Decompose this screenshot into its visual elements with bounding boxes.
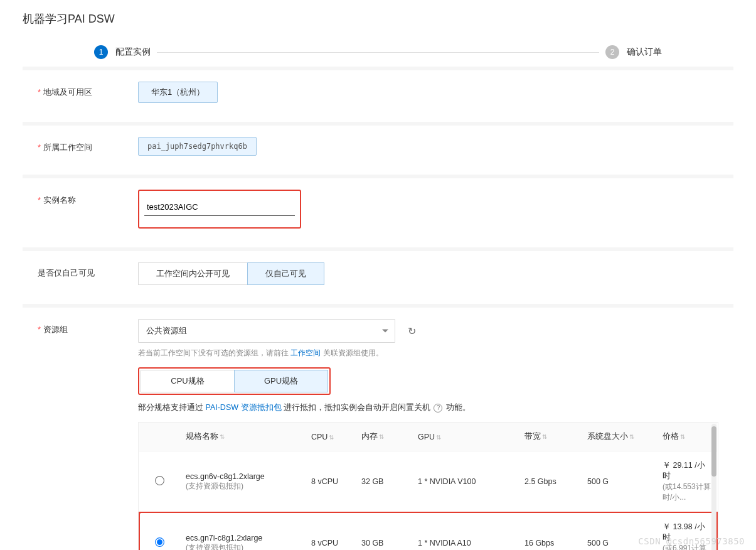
refresh-icon[interactable]: ↻ [404, 323, 419, 338]
step-1-label: 配置实例 [115, 46, 151, 58]
step-2-label: 确认订单 [627, 46, 662, 58]
spec-cpu: 8 vCPU [305, 512, 355, 550]
spec-bandwidth: 16 Gbps [518, 512, 581, 550]
sort-icon: ⇅ [680, 433, 685, 440]
section-visibility: 是否仅自己可见 工作空间内公开可见 仅自己可见 [23, 247, 733, 296]
spec-sub: (支持资源包抵扣) [186, 481, 299, 492]
workspace-link[interactable]: 工作空间 [290, 348, 321, 357]
spec-sub: (支持资源包抵扣) [186, 542, 299, 551]
section-instance-name: *实例名称 [23, 175, 733, 240]
scroll-thumb[interactable] [711, 426, 716, 477]
step-2-circle: 2 [605, 45, 619, 59]
th-gpu[interactable]: GPU⇅ [412, 423, 518, 451]
workspace-selector[interactable]: pai_juph7sedg7phvrkq6b [138, 137, 257, 156]
wizard-step-1[interactable]: 1 配置实例 [94, 45, 151, 59]
spec-radio-0[interactable] [155, 476, 164, 485]
spec-bandwidth: 2.5 Gbps [518, 451, 581, 513]
workspace-label: *所属工作空间 [38, 137, 138, 153]
wizard-line [157, 52, 599, 53]
help-icon[interactable]: ? [434, 404, 442, 412]
wizard-step-2[interactable]: 2 确认订单 [605, 45, 662, 59]
spec-memory: 32 GB [355, 451, 412, 513]
cpu-spec-tab[interactable]: CPU规格 [141, 370, 235, 392]
resource-group-select[interactable]: 公共资源组 [138, 319, 395, 343]
visibility-label: 是否仅自己可见 [38, 262, 138, 279]
th-disk[interactable]: 系统盘大小⇅ [581, 423, 656, 451]
region-selector[interactable]: 华东1（杭州） [138, 82, 218, 103]
spec-name: ecs.gn6v-c8g1.2xlarge [186, 472, 299, 481]
table-row[interactable]: ecs.gn7i-c8g1.2xlarge(支持资源包抵扣) 8 vCPU 30… [139, 512, 717, 550]
sort-icon: ⇅ [629, 433, 634, 440]
instance-name-highlight [138, 190, 301, 229]
visibility-public-button[interactable]: 工作空间内公开可见 [138, 262, 248, 285]
gpu-spec-tab[interactable]: GPU规格 [234, 370, 328, 392]
sort-icon: ⇅ [220, 433, 225, 440]
sort-icon: ⇅ [542, 433, 547, 440]
spec-cpu: 8 vCPU [305, 451, 355, 513]
th-spec-name[interactable]: 规格名称⇅ [179, 423, 305, 451]
instance-name-label: *实例名称 [38, 190, 138, 206]
section-workspace: *所属工作空间 pai_juph7sedg7phvrkq6b [23, 122, 733, 167]
page-title: 机器学习PAI DSW [0, 0, 756, 33]
spec-table: 规格名称⇅ CPU⇅ 内存⇅ GPU⇅ 带宽⇅ 系统盘大小⇅ 价格⇅ ecs. [138, 422, 718, 550]
section-region: *地域及可用区 华东1（杭州） [23, 67, 733, 114]
spec-gpu: 1 * NVIDIA A10 [412, 512, 518, 550]
th-cpu[interactable]: CPU⇅ [305, 423, 355, 451]
sort-icon: ⇅ [379, 433, 384, 440]
wizard-steps: 1 配置实例 2 确认订单 [94, 33, 662, 67]
watermark: CSDN @csdn565973850 [638, 536, 745, 546]
instance-name-input[interactable] [144, 198, 295, 216]
resource-group-label: *资源组 [38, 319, 138, 335]
th-bandwidth[interactable]: 带宽⇅ [518, 423, 581, 451]
spec-price: ￥ 29.11 /小时 [663, 460, 711, 482]
deduction-pack-link[interactable]: PAI-DSW 资源抵扣包 [205, 403, 281, 412]
sort-icon: ⇅ [329, 434, 334, 441]
sort-icon: ⇅ [436, 434, 441, 441]
spec-note: 部分规格支持通过 PAI-DSW 资源抵扣包 进行抵扣，抵扣实例会自动开启闲置关… [138, 402, 718, 413]
spec-radio-1[interactable] [155, 537, 164, 547]
table-row[interactable]: ecs.gn6v-c8g1.2xlarge(支持资源包抵扣) 8 vCPU 32… [139, 451, 717, 513]
step-1-circle: 1 [94, 45, 108, 59]
th-memory[interactable]: 内存⇅ [355, 423, 412, 451]
spec-gpu: 1 * NVIDIA V100 [412, 451, 518, 513]
scrollbar[interactable] [711, 424, 716, 550]
spec-price-sub: (或14.553计算时/小... [663, 482, 711, 503]
spec-disk: 500 G [581, 451, 656, 513]
spec-tabs-highlight: CPU规格 GPU规格 [138, 367, 331, 395]
spec-memory: 30 GB [355, 512, 412, 550]
region-label: *地域及可用区 [38, 82, 138, 98]
spec-name: ecs.gn7i-c8g1.2xlarge [186, 534, 299, 542]
section-resource-group: *资源组 公共资源组 ↻ 若当前工作空间下没有可选的资源组，请前往 工作空间 关… [23, 304, 733, 550]
visibility-private-button[interactable]: 仅自己可见 [247, 262, 324, 285]
th-price[interactable]: 价格⇅ [656, 423, 717, 451]
resource-group-hint: 若当前工作空间下没有可选的资源组，请前往 工作空间 关联资源组使用。 [138, 348, 718, 359]
visibility-segment: 工作空间内公开可见 仅自己可见 [138, 262, 324, 285]
